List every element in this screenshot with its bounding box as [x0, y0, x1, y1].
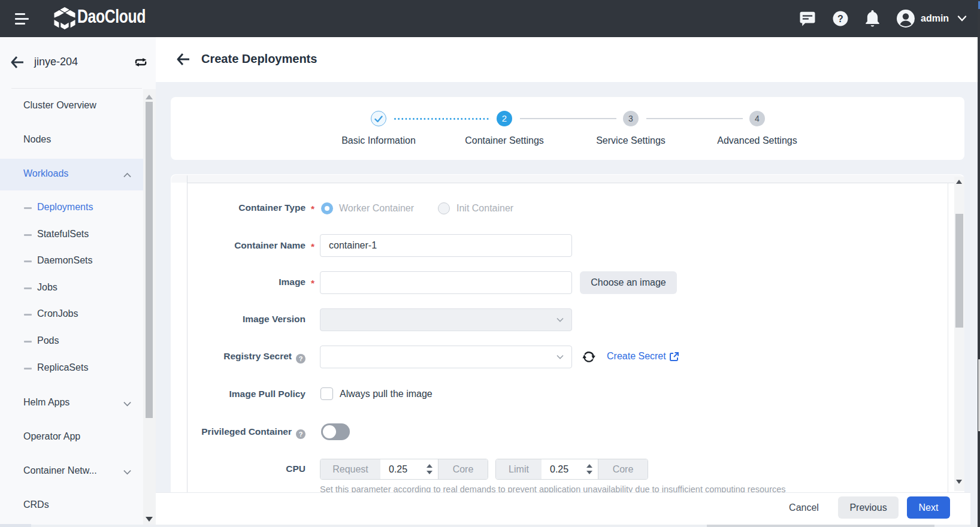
svg-text:?: ?	[837, 14, 843, 24]
